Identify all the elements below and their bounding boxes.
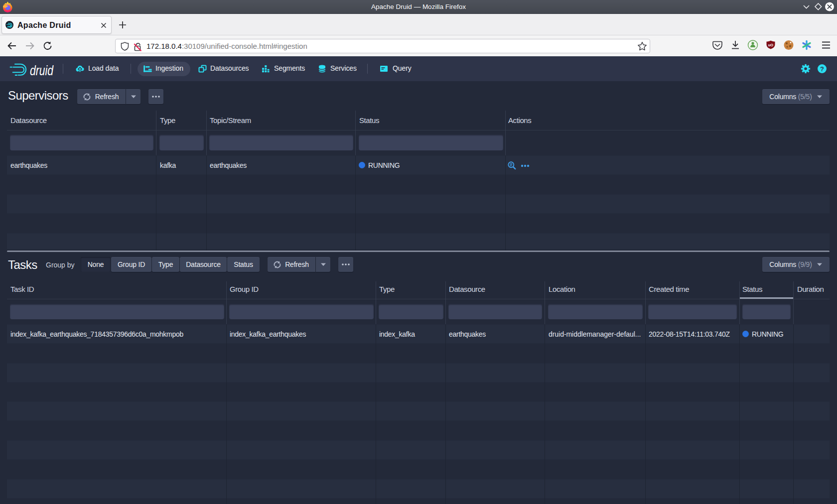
svg-text:druid: druid <box>30 63 54 78</box>
svg-text:?: ? <box>820 65 824 73</box>
svg-text:uO: uO <box>768 43 774 47</box>
